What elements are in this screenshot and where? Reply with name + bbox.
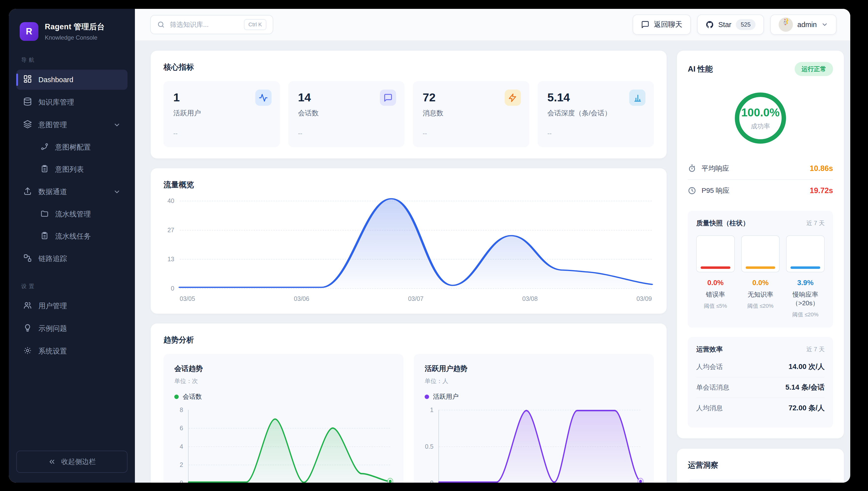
active-user-trend-title: 活跃用户趋势: [425, 364, 643, 374]
y-tick: 4: [180, 443, 183, 450]
sidebar-item-data-channel[interactable]: 数据通道: [16, 182, 128, 202]
app-subtitle: Knowledge Console: [45, 34, 105, 41]
quality-label: 错误率: [696, 290, 735, 299]
sidebar-item-label: 意图管理: [38, 120, 67, 130]
sidebar-item-user-management[interactable]: 用户管理: [16, 296, 128, 316]
git-branch-icon: [40, 142, 49, 152]
metric-label: 会话深度（条/会话）: [547, 109, 644, 118]
sidebar-item-pipeline-tasks[interactable]: 流水线任务: [16, 227, 128, 246]
sidebar-item-intent-tree[interactable]: 意图树配置: [16, 138, 128, 157]
y-tick: 8: [180, 406, 183, 413]
trace-icon: [23, 254, 32, 264]
chat-icon: [380, 90, 396, 106]
sidebar-item-intent-management[interactable]: 意图管理: [16, 115, 128, 135]
search-input[interactable]: [170, 21, 239, 29]
search-box[interactable]: Ctrl K: [150, 15, 273, 34]
sidebar-item-dashboard[interactable]: Dashboard: [16, 69, 128, 90]
sidebar-item-pipeline-management[interactable]: 流水线管理: [16, 204, 128, 224]
legend-label: 会话数: [183, 392, 202, 401]
sidebar-item-sample-questions[interactable]: 示例问题: [16, 319, 128, 339]
metric-card-session-depth: 5.14 会话深度（条/会话） --: [538, 81, 654, 147]
efficiency-range: 近 7 天: [806, 345, 825, 353]
p95-response-row: P95 响应 19.72s: [688, 180, 833, 201]
x-tick: 03/05: [180, 295, 195, 302]
lightbulb-icon: [23, 323, 32, 334]
main-area: Ctrl K 返回聊天 Star 525 admin: [135, 9, 850, 483]
insights-title: 运营洞察: [688, 460, 833, 470]
efficiency-value: 72.00 条/人: [788, 403, 825, 413]
github-icon: [706, 21, 714, 29]
app-logo: R: [20, 22, 38, 41]
activity-icon: [255, 90, 272, 106]
session-trend-card: 会话趋势 单位：次 会话数 8 6: [163, 354, 404, 483]
efficiency-label: 单会话消息: [696, 383, 729, 392]
timer-icon: [688, 164, 696, 173]
quality-value: 0.0%: [741, 279, 780, 287]
github-star-button[interactable]: Star 525: [697, 15, 764, 35]
quality-bar-box: [786, 235, 825, 272]
avg-response-value: 10.86s: [810, 164, 833, 173]
upload-icon: [23, 187, 32, 197]
sidebar-item-knowledge-base[interactable]: 知识库管理: [16, 92, 128, 112]
trend-grid: 会话趋势 单位：次 会话数 8 6: [163, 354, 654, 483]
metric-card-sessions: 14 会话数 --: [288, 81, 405, 147]
trend-analysis-panel: 趋势分析 会话趋势 单位：次 会话数: [151, 323, 667, 483]
sidebar-item-label: 流水线任务: [55, 231, 91, 241]
sidebar: R Ragent 管理后台 Knowledge Console 导航 Dashb…: [9, 9, 135, 483]
sidebar-item-trace[interactable]: 链路追踪: [16, 249, 128, 269]
insights-panel: 运营洞察 趋势 10:06:02 系统可用性稳定: [677, 449, 844, 483]
collapse-sidebar-label: 收起侧边栏: [61, 457, 96, 466]
right-column: AI 性能 运行正常 100.0% 成功率: [677, 51, 844, 483]
sidebar-item-label: 意图列表: [55, 165, 84, 174]
sidebar-item-label: 数据通道: [38, 187, 67, 197]
x-tick: 03/09: [636, 295, 652, 302]
zap-icon: [505, 90, 521, 106]
y-tick: 1: [430, 406, 434, 413]
quality-snapshot-card: 质量快照（柱状） 近 7 天 0.0% 错误率 阈值 ≤5%: [688, 211, 833, 328]
bar-blue: [790, 266, 820, 269]
ai-performance-header: AI 性能 运行正常: [688, 62, 833, 76]
users-icon: [23, 301, 32, 311]
session-trend-title: 会话趋势: [174, 364, 392, 374]
chevron-down-icon: [113, 188, 120, 196]
sidebar-item-label: 意图树配置: [55, 142, 91, 152]
status-badge: 运行正常: [795, 62, 833, 76]
chevrons-left-icon: [48, 458, 56, 466]
metric-sub: --: [547, 129, 644, 137]
ai-performance-title: AI 性能: [688, 64, 713, 74]
sidebar-item-system-settings[interactable]: 系统设置: [16, 341, 128, 362]
active-user-line-svg: [439, 410, 641, 483]
session-trend-plot: 8 6 4 2 0: [188, 410, 390, 483]
metric-sub: --: [423, 129, 519, 137]
traffic-plot: 40 27 13 0: [180, 201, 652, 288]
sidebar-section-settings: 设置: [21, 283, 123, 290]
sidebar-item-intent-list[interactable]: 意图列表: [16, 160, 128, 179]
core-metrics-title: 核心指标: [163, 62, 654, 72]
sidebar-item-label: 链路追踪: [38, 254, 67, 264]
response-metrics: 平均响应 10.86s P95 响应 19.72s: [688, 158, 833, 201]
sidebar-item-label: 示例问题: [38, 324, 67, 334]
quality-threshold: 阈值 ≤20%: [786, 311, 825, 318]
efficiency-row: 人均消息 72.00 条/人: [696, 398, 825, 418]
quality-snapshot-title: 质量快照（柱状）: [696, 219, 749, 228]
session-line-svg: [189, 410, 390, 483]
core-metrics-panel: 核心指标 1 活跃用户 -- 14 会话数 --: [151, 51, 667, 158]
left-column: 核心指标 1 活跃用户 -- 14 会话数 --: [151, 51, 667, 483]
active-user-trend-plot: 1 0.5 0: [438, 410, 641, 483]
sidebar-nav-settings: 用户管理 示例问题 系统设置: [16, 296, 128, 362]
quality-value: 0.0%: [696, 279, 735, 287]
chevron-down-icon: [113, 121, 120, 129]
search-icon: [157, 21, 165, 29]
efficiency-value: 5.14 条/会话: [785, 382, 825, 392]
legend: 会话数: [174, 392, 392, 401]
quality-item-no-knowledge-rate: 0.0% 无知识率 阈值 ≤20%: [741, 235, 780, 318]
brand: R Ragent 管理后台 Knowledge Console: [16, 20, 128, 42]
user-menu-button[interactable]: admin: [770, 15, 837, 35]
back-to-chat-button[interactable]: 返回聊天: [633, 15, 691, 35]
efficiency-label: 人均消息: [696, 404, 723, 412]
clipboard-list-icon: [40, 231, 49, 241]
star-label: Star: [718, 21, 731, 29]
gear-icon: [23, 346, 32, 357]
collapse-sidebar-button[interactable]: 收起侧边栏: [16, 451, 128, 473]
app-window: R Ragent 管理后台 Knowledge Console 导航 Dashb…: [9, 9, 850, 483]
